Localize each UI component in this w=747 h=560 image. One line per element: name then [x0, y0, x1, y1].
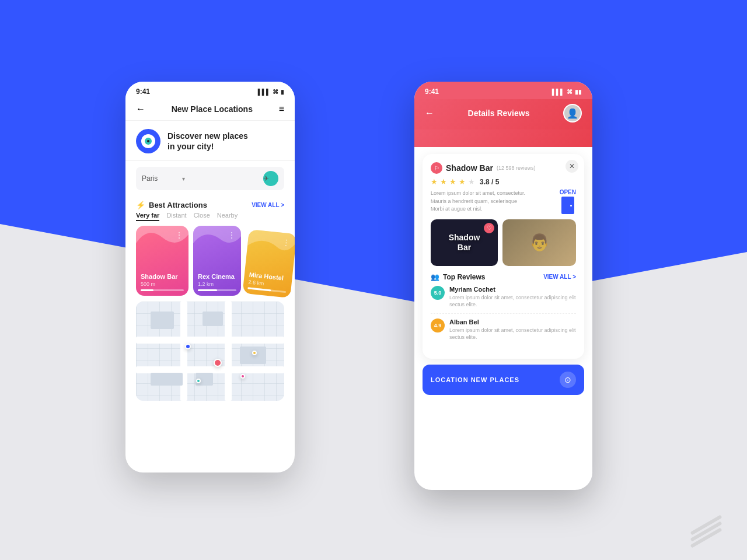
top-reviews-header: 👥 Top Reviews VIEW ALL > — [431, 273, 576, 281]
battery-icon-right: ▮▮ — [575, 89, 582, 95]
menu-button[interactable]: ≡ — [279, 104, 284, 114]
image-label-1: ShadowBar — [449, 233, 480, 253]
place-images: ShadowBar ♡ 👨 — [431, 219, 576, 266]
back-button-right[interactable]: ← — [425, 108, 434, 118]
background-top — [0, 0, 747, 560]
attraction-cards: ⋮ Shadow Bar 500 m ⋮ Rex Cinema 1.2 km — [125, 226, 295, 296]
filter-tabs: Very far Distant Close Nearby — [125, 212, 295, 226]
section-title: ⚡ Best Attractions — [136, 201, 207, 209]
top-reviews-title: 👥 Top Reviews — [431, 273, 485, 281]
hero-heading: Discover new places in your city! — [167, 131, 248, 152]
map-dot-5 — [196, 379, 201, 383]
star-2: ★ — [440, 177, 447, 186]
map-section — [125, 302, 295, 401]
card-name-2: Rex Cinema — [198, 273, 236, 280]
hero-text: Discover new places in your city! — [167, 131, 248, 152]
cta-button[interactable]: LOCATION NEW PLACES ⊙ — [423, 365, 584, 395]
card-menu-icon-2: ⋮ — [228, 230, 236, 240]
status-bar-left: 9:41 ▌▌▌ ⌘ ▮ — [125, 82, 295, 99]
view-all-button[interactable]: VIEW ALL > — [252, 202, 284, 208]
star-4: ★ — [459, 177, 466, 186]
filter-distant[interactable]: Distant — [166, 212, 186, 221]
status-bar-right: 9:41 ▌▌▌ ⌘ ▮▮ — [414, 82, 592, 99]
view-all-reviews[interactable]: VIEW ALL > — [543, 274, 576, 280]
review-item-1: 5.0 Myriam Cochet Lorem ipsum dolor sit … — [431, 286, 576, 314]
review-item-2: 4.9 Alban Bel Lorem ipsum dolor sit amet… — [431, 318, 576, 346]
reviewer-name-2: Alban Bel — [449, 318, 576, 326]
star-5: ★ — [468, 177, 475, 186]
place-name-row: ⚐ Shadow Bar (12 598 reviews) — [431, 162, 576, 174]
navigate-icon: ✈ — [263, 174, 278, 183]
status-icons-right: ▌▌▌ ⌘ ▮▮ — [552, 89, 582, 95]
map-dot-3 — [240, 374, 245, 379]
card-rex-cinema[interactable]: ⋮ Rex Cinema 1.2 km — [193, 226, 241, 296]
reviewer-text-1: Lorem ipsum dolor sit amet, consectetur … — [449, 294, 576, 309]
battery-icon-left: ▮ — [281, 89, 284, 95]
map-pin-icon — [136, 129, 160, 153]
location-circle-icon: ⊙ — [564, 375, 571, 384]
card-dist-1: 500 m — [141, 281, 184, 287]
map-dot-2 — [214, 359, 222, 367]
card-menu-icon-3: ⋮ — [282, 237, 292, 247]
award-icon: ⚐ — [431, 162, 442, 174]
map-background — [136, 302, 284, 401]
details-title: Details Reviews — [468, 108, 530, 118]
filter-nearby[interactable]: Nearby — [217, 212, 238, 221]
review-content-2: Alban Bel Lorem ipsum dolor sit amet, co… — [449, 318, 576, 341]
stars-row: ★ ★ ★ ★ ★ 3.8 / 5 — [431, 177, 576, 186]
decorative-lines — [689, 520, 724, 542]
best-attractions-header: ⚡ Best Attractions VIEW ALL > — [125, 196, 295, 212]
avatar-icon: 👤 — [567, 108, 578, 119]
reviewer-name-1: Myriam Cochet — [449, 286, 576, 293]
wifi-icon-left: ⌘ — [273, 89, 278, 95]
place-image-1[interactable]: ShadowBar ♡ — [431, 219, 498, 266]
star-3: ★ — [449, 177, 456, 186]
place-image-2[interactable]: 👨 — [502, 219, 576, 266]
back-button-left[interactable]: ← — [136, 104, 145, 114]
card-bar-1 — [141, 289, 184, 291]
page-title: New Place Locations — [172, 104, 253, 114]
heart-badge: ♡ — [484, 223, 494, 233]
close-button[interactable]: ✕ — [566, 160, 578, 173]
phone-left: 9:41 ▌▌▌ ⌘ ▮ ← New Place Locations ≡ Dis… — [125, 82, 295, 473]
map-dot-1 — [185, 344, 191, 349]
filter-very-far[interactable]: Very far — [136, 212, 159, 221]
city-label: Paris — [142, 174, 179, 183]
time-right: 9:41 — [425, 88, 439, 96]
cta-icon: ⊙ — [560, 372, 576, 388]
status-icons-left: ▌▌▌ ⌘ ▮ — [258, 89, 284, 95]
user-avatar[interactable]: 👤 — [563, 104, 582, 123]
review-score-2: 4.9 — [431, 318, 445, 332]
map-dot-4 — [252, 351, 257, 355]
cta-label: LOCATION NEW PLACES — [431, 376, 519, 383]
detail-card: ✕ ⚐ Shadow Bar (12 598 reviews) ★ ★ ★ ★ … — [423, 154, 584, 359]
star-1: ★ — [431, 177, 438, 186]
signal-icon-right: ▌▌▌ — [552, 89, 564, 95]
filter-close[interactable]: Close — [194, 212, 210, 221]
card-shadow-bar[interactable]: ⋮ Shadow Bar 500 m — [136, 226, 189, 296]
signal-icon-left: ▌▌▌ — [258, 89, 270, 95]
card-bar-2 — [198, 289, 236, 291]
review-score-1: 5.0 — [431, 286, 445, 300]
card-dist-2: 1.2 km — [198, 281, 236, 287]
review-content-1: Myriam Cochet Lorem ipsum dolor sit amet… — [449, 286, 576, 309]
open-label: OPEN — [560, 189, 576, 195]
people-icon: 👥 — [431, 273, 439, 281]
phone-right: 9:41 ▌▌▌ ⌘ ▮▮ ← Details Reviews 👤 ✕ ⚐ Sh… — [414, 82, 592, 490]
door-icon — [561, 197, 574, 214]
place-name: Shadow Bar — [446, 163, 493, 173]
wifi-icon-right: ⌘ — [567, 89, 573, 95]
red-strip — [414, 130, 592, 147]
dropdown-arrow-icon: ▾ — [182, 176, 219, 182]
navigate-button[interactable]: ✈ — [263, 171, 278, 186]
lightning-icon: ⚡ — [136, 201, 145, 209]
card-mira-hostel[interactable]: ⋮ Mira Hostel 2.6 km — [242, 229, 295, 298]
search-bar[interactable]: Paris ▾ ✈ — [136, 167, 284, 190]
reviews-count: (12 598 reviews) — [497, 165, 536, 171]
card-name-1: Shadow Bar — [141, 273, 184, 280]
right-header: ← Details Reviews 👤 — [414, 99, 592, 130]
open-badge: OPEN — [560, 189, 576, 214]
svg-point-3 — [147, 140, 149, 142]
reviewer-text-2: Lorem ipsum dolor sit amet, consectetur … — [449, 327, 576, 341]
left-header: ← New Place Locations ≡ — [125, 99, 295, 121]
